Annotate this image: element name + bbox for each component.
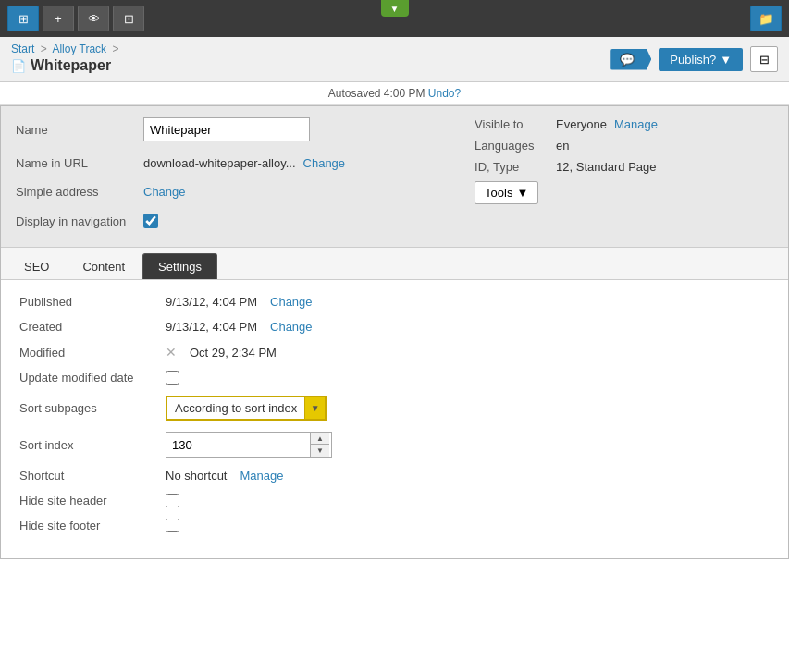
sort-index-input[interactable] [166,433,310,457]
published-row: Published 9/13/12, 4:04 PM Change [19,295,770,309]
simple-address-label: Simple address [16,185,136,199]
display-nav-checkbox[interactable] [143,214,158,228]
screen-icon: ⊡ [124,12,134,26]
chevron-dropdown[interactable]: ▼ [381,0,409,17]
breadcrumb-separator1: > [41,43,47,55]
chat-button[interactable]: 💬 [610,49,651,70]
sort-index-label: Sort index [19,438,158,452]
publish-button[interactable]: Publish? ▼ [659,48,743,71]
published-value: 9/13/12, 4:04 PM [166,295,257,309]
preview-button[interactable]: 👁 [78,6,109,31]
modified-clear-button[interactable]: ✕ [166,345,177,360]
spinner-down-button[interactable]: ▼ [311,445,329,457]
form-left: Name Name in URL download-whitepaper-all… [16,117,345,236]
form-area: Name Name in URL download-whitepaper-all… [1,106,788,248]
screen-button[interactable]: ⊡ [113,6,144,31]
tools-button[interactable]: Tools ▼ [475,181,538,204]
tab-seo[interactable]: SEO [8,253,65,279]
publish-chevron-icon: ▼ [720,53,732,67]
sort-subpages-label: Sort subpages [19,401,158,415]
simple-address-row: Simple address Change [16,185,345,199]
toolbar-right: 📁 [750,6,782,31]
folder-icon: 📁 [758,12,774,26]
hide-site-header-checkbox[interactable] [166,494,179,507]
spinner-buttons: ▲ ▼ [310,433,329,457]
published-change[interactable]: Change [270,295,313,309]
name-label: Name [16,123,136,137]
sort-subpages-row: Sort subpages According to sort index ▼ [19,396,770,421]
id-type-row: ID, Type 12, Standard Page [475,160,658,174]
visible-to-manage[interactable]: Manage [614,117,658,131]
eye-icon: 👁 [88,12,100,26]
shortcut-manage[interactable]: Manage [240,469,283,483]
add-button[interactable]: + [43,6,74,31]
update-modified-checkbox[interactable] [166,371,179,385]
display-nav-label: Display in navigation [16,214,136,228]
name-in-url-change[interactable]: Change [303,156,346,170]
sort-index-row: Sort index ▲ ▼ [19,432,770,458]
tab-settings[interactable]: Settings [142,253,217,279]
visible-to-value: Everyone [556,117,607,131]
name-in-url-label: Name in URL [16,156,136,170]
hide-site-footer-label: Hide site footer [19,519,158,532]
hide-site-footer-row: Hide site footer [19,519,770,532]
hide-site-footer-checkbox[interactable] [166,519,179,532]
shortcut-label: Shortcut [19,469,158,483]
tools-label: Tools [485,186,512,200]
published-label: Published [19,295,158,309]
sort-subpages-value: According to sort index [167,397,304,419]
breadcrumb: Start > Alloy Track > [11,43,121,55]
name-input[interactable] [143,117,310,141]
shortcut-row: Shortcut No shortcut Manage [19,469,770,483]
grid-icon: ⊞ [18,12,29,26]
form-right: Visible to Everyone Manage Languages en … [438,117,658,236]
update-modified-row: Update modified date [19,371,770,385]
shortcut-value: No shortcut [166,469,227,483]
page-icon: 📄 [11,59,26,73]
modified-label: Modified [19,346,158,360]
created-change[interactable]: Change [270,320,313,334]
autosave-text: Autosaved 4:00 PM [328,87,425,100]
languages-label: Languages [475,139,549,153]
sort-subpages-dropdown[interactable]: According to sort index ▼ [166,396,327,421]
autosave-bar: Autosaved 4:00 PM Undo? [0,82,789,105]
created-row: Created 9/13/12, 4:04 PM Change [19,320,770,334]
tools-chevron-icon: ▼ [516,186,528,200]
name-row: Name [16,117,345,141]
undo-link[interactable]: Undo? [428,87,461,100]
id-type-value: 12, Standard Page [556,160,656,174]
created-value: 9/13/12, 4:04 PM [166,320,257,334]
tools-row: Tools ▼ [475,181,658,204]
folder-button[interactable]: 📁 [750,6,782,31]
layout-icon: ⊟ [759,53,770,67]
sort-dropdown-chevron-icon: ▼ [311,403,320,413]
sort-index-spinner: ▲ ▼ [166,432,332,458]
main-content: Name Name in URL download-whitepaper-all… [0,105,789,559]
id-type-label: ID, Type [475,160,549,174]
name-in-url-row: Name in URL download-whitepaper-alloy...… [16,156,345,170]
tab-content[interactable]: Content [67,253,141,279]
update-modified-label: Update modified date [19,371,158,385]
header-right: 💬 Publish? ▼ ⊟ [610,46,778,72]
toolbar: ▼ ⊞ + 👁 ⊡ 📁 [0,0,789,37]
grid-button[interactable]: ⊞ [7,6,39,31]
breadcrumb-start[interactable]: Start [11,43,34,55]
sort-subpages-chevron-button[interactable]: ▼ [304,397,325,419]
created-label: Created [19,320,158,334]
page-title: 📄 Whitepaper [11,57,121,74]
settings-content: Published 9/13/12, 4:04 PM Change Create… [1,280,788,558]
tabs-bar: SEO Content Settings [1,248,788,280]
layout-button[interactable]: ⊟ [750,46,778,72]
visible-to-label: Visible to [475,117,549,131]
hide-site-header-row: Hide site header [19,494,770,507]
spinner-up-button[interactable]: ▲ [311,433,329,445]
breadcrumb-alloy-track[interactable]: Alloy Track [52,43,106,55]
chevron-icon: ▼ [390,4,400,14]
simple-address-change[interactable]: Change [143,185,186,199]
header-area: Start > Alloy Track > 📄 Whitepaper 💬 Pub… [0,37,789,82]
chat-icon: 💬 [620,53,635,67]
hide-site-header-label: Hide site header [19,494,158,507]
display-nav-row: Display in navigation [16,214,345,228]
languages-value: en [556,139,569,153]
name-in-url-value: download-whitepaper-alloy... [143,156,296,170]
